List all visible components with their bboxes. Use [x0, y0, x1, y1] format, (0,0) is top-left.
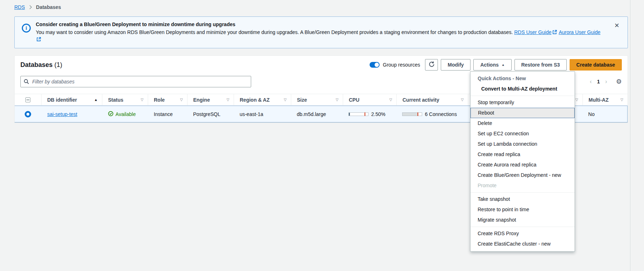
col-current-activity[interactable]: Current activity ▽	[397, 94, 468, 105]
menu-item-take-snapshot[interactable]: Take snapshot	[470, 194, 575, 204]
menu-item-delete[interactable]: Delete	[470, 118, 575, 129]
menu-item-promote: Promote	[470, 180, 575, 191]
filter-databases-input[interactable]	[20, 76, 251, 87]
sort-icon[interactable]: ▽	[575, 98, 578, 102]
menu-item-restore-to-point-in-time[interactable]: Restore to point in time	[470, 204, 575, 215]
db-identifier-link[interactable]: sai-setup-test	[47, 111, 77, 117]
menu-item-reboot[interactable]: Reboot	[470, 108, 575, 118]
menu-item-convert-to-multi-az-deployment[interactable]: Convert to Multi-AZ deployment	[470, 84, 575, 94]
region-az-value: us-east-1a	[240, 111, 263, 117]
check-circle-icon	[108, 111, 113, 117]
menu-item-set-up-lambda-connection[interactable]: Set up Lambda connection	[470, 139, 575, 149]
current-activity-value: 6 Connections	[425, 111, 457, 117]
banner-body: You may want to consider using Amazon RD…	[36, 29, 605, 43]
col-size[interactable]: Size ▽	[291, 94, 343, 105]
menu-divider	[470, 227, 575, 227]
menu-item-create-read-replica[interactable]: Create read replica	[470, 149, 575, 160]
col-cpu[interactable]: CPU ▽	[343, 94, 397, 105]
row-select-radio[interactable]	[25, 111, 31, 117]
menu-item-set-up-ec2-connection[interactable]: Set up EC2 connection	[470, 129, 575, 139]
menu-item-quick-actions-new: Quick Actions - New	[470, 73, 575, 84]
next-page-button[interactable]: ›	[605, 78, 607, 85]
col-multi-az[interactable]: Multi-AZ ▽	[583, 94, 628, 105]
refresh-icon	[429, 61, 435, 68]
menu-divider	[470, 96, 575, 96]
gear-icon[interactable]: ⚙	[616, 78, 622, 85]
banner-title: Consider creating a Blue/Green Deploymen…	[36, 21, 605, 27]
col-db-identifier[interactable]: DB identifier ▲	[42, 94, 102, 105]
sort-icon[interactable]: ▽	[226, 98, 229, 102]
size-value: db.m5d.large	[297, 111, 326, 117]
engine-value: PostgreSQL	[193, 111, 220, 117]
result-count: (1)	[54, 61, 62, 68]
sort-asc-icon[interactable]: ▲	[94, 98, 98, 102]
refresh-button[interactable]	[425, 59, 438, 71]
close-icon[interactable]: ✕	[612, 20, 622, 30]
modify-button[interactable]: Modify	[441, 59, 470, 71]
page-title: Databases (1)	[20, 61, 62, 69]
cpu-bar	[348, 112, 369, 116]
menu-item-create-aurora-read-replica[interactable]: Create Aurora read replica	[470, 160, 575, 170]
col-region-az[interactable]: Region & AZ ▽	[234, 94, 291, 105]
col-engine[interactable]: Engine ▽	[187, 94, 234, 105]
sort-icon[interactable]: ▽	[141, 98, 143, 102]
menu-divider	[470, 192, 575, 193]
info-banner: i Consider creating a Blue/Green Deploym…	[14, 16, 628, 48]
sort-icon[interactable]: ▽	[389, 98, 392, 102]
activity-bar	[402, 112, 422, 116]
breadcrumb-current: Databases	[36, 4, 61, 10]
group-resources-label: Group resources	[383, 62, 420, 68]
prev-page-button[interactable]: ‹	[590, 78, 591, 85]
caret-up-icon: ▲	[502, 63, 505, 67]
external-link-icon	[552, 29, 557, 36]
sort-icon[interactable]: ▽	[284, 98, 287, 102]
info-icon: i	[22, 24, 31, 33]
menu-item-create-elasticache-cluster-new[interactable]: Create ElastiCache cluster - new	[470, 239, 575, 249]
current-page: 1	[597, 79, 600, 84]
group-resources-toggle[interactable]	[370, 62, 380, 68]
col-role[interactable]: Role ▽	[148, 94, 187, 105]
breadcrumb-link-rds[interactable]: RDS	[14, 4, 25, 10]
sort-icon[interactable]: ▽	[336, 98, 338, 102]
menu-item-create-rds-proxy[interactable]: Create RDS Proxy	[470, 228, 575, 239]
chevron-right-icon	[29, 5, 33, 10]
rds-user-guide-link[interactable]: RDS User Guide	[514, 29, 551, 35]
sort-icon[interactable]: ▽	[620, 98, 623, 102]
actions-menu: Quick Actions - NewConvert to Multi-AZ d…	[470, 71, 575, 252]
role-value: Instance	[154, 111, 173, 117]
create-database-button[interactable]: Create database	[570, 59, 622, 71]
select-all-checkbox[interactable]	[25, 97, 30, 102]
search-icon	[24, 79, 29, 86]
restore-from-s3-button[interactable]: Restore from S3	[514, 59, 567, 71]
actions-button[interactable]: Actions ▲	[473, 59, 511, 71]
select-all-checkbox-cell	[15, 94, 42, 105]
collapsed-panel-divider	[630, 0, 630, 271]
pagination: ‹ 1 › ⚙	[590, 78, 622, 85]
cpu-value: 2.50%	[371, 111, 385, 117]
sort-icon[interactable]: ▽	[180, 98, 183, 102]
col-status[interactable]: Status ▽	[102, 94, 148, 105]
menu-item-create-blue-green-deployment-new[interactable]: Create Blue/Green Deployment - new	[470, 170, 575, 180]
multi-az-value: No	[588, 111, 595, 117]
menu-item-migrate-snapshot[interactable]: Migrate snapshot	[470, 215, 575, 225]
status-badge: Available	[108, 111, 136, 117]
aurora-user-guide-link[interactable]: Aurora User Guide	[559, 29, 601, 35]
external-link-icon	[36, 37, 41, 43]
menu-item-stop-temporarily[interactable]: Stop temporarily	[470, 97, 575, 108]
sort-icon[interactable]: ▽	[461, 98, 464, 102]
breadcrumb: RDS Databases	[14, 4, 61, 10]
